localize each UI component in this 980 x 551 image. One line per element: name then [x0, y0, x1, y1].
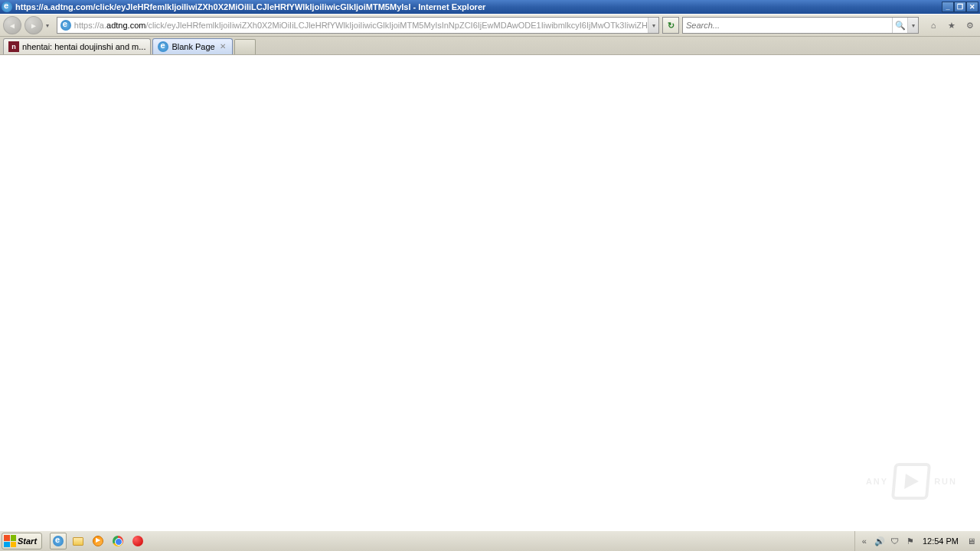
window-title: https://a.adtng.com/click/eyJleHRfemlkIj… [15, 2, 942, 11]
tab-bar: n nhentai: hentai doujinshi and m... Bla… [0, 37, 980, 55]
taskbar: Start « 🔊 🛡 ⚑ 12:54 PM 🖥 [0, 530, 980, 551]
tab-favicon [158, 41, 168, 52]
windows-logo-icon [4, 535, 16, 547]
taskbar-media-icon[interactable] [90, 533, 106, 549]
tab-favicon: n [8, 41, 19, 52]
start-label: Start [18, 536, 37, 546]
browser-toolbar: ▾ https://a.adtng.com/click/eyJleHRfemlk… [0, 14, 980, 37]
new-tab-button[interactable] [234, 39, 256, 54]
minimize-button[interactable]: _ [942, 2, 954, 12]
favorites-icon[interactable]: ★ [945, 18, 959, 32]
ie-icon [2, 2, 12, 12]
home-icon[interactable]: ⌂ [926, 18, 940, 32]
search-icon[interactable]: 🔍 [892, 18, 907, 33]
tray-expand-icon[interactable]: « [858, 535, 871, 547]
forward-button[interactable] [24, 16, 43, 34]
shield-icon[interactable]: 🛡 [889, 535, 901, 547]
nav-history-dropdown[interactable]: ▾ [46, 22, 54, 29]
tab-2[interactable]: Blank Page ✕ [152, 38, 232, 54]
back-button[interactable] [3, 16, 21, 34]
refresh-button[interactable]: ↻ [662, 17, 679, 34]
page-content: ANY RUN [0, 55, 980, 530]
taskbar-app-icon[interactable] [129, 533, 146, 549]
address-text: https://a.adtng.com/click/eyJleHRfemlkIj… [74, 21, 648, 30]
flag-icon[interactable]: ⚑ [904, 535, 916, 547]
watermark: ANY RUN [866, 463, 957, 500]
address-bar[interactable]: https://a.adtng.com/click/eyJleHRfemlkIj… [57, 17, 659, 34]
tab-label: nhentai: hentai doujinshi and m... [22, 42, 145, 51]
address-dropdown[interactable]: ▾ [648, 18, 658, 33]
arrow-left-icon [8, 21, 16, 30]
volume-icon[interactable]: 🔊 [874, 535, 886, 547]
tab-label: Blank Page [172, 42, 214, 51]
site-icon [59, 18, 73, 32]
search-provider-dropdown[interactable]: ▾ [907, 18, 918, 33]
window-titlebar: https://a.adtng.com/click/eyJleHRfemlkIj… [0, 0, 980, 14]
arrow-right-icon [30, 21, 38, 30]
monitor-icon[interactable]: 🖥 [965, 535, 977, 547]
taskbar-chrome-icon[interactable] [109, 533, 126, 549]
gear-icon[interactable]: ⚙ [963, 18, 977, 32]
play-icon [891, 463, 931, 500]
close-button[interactable]: ✕ [966, 2, 978, 12]
clock[interactable]: 12:54 PM [920, 536, 962, 546]
start-button[interactable]: Start [2, 533, 42, 549]
tab-1[interactable]: n nhentai: hentai doujinshi and m... [3, 38, 151, 54]
taskbar-explorer-icon[interactable] [70, 533, 87, 549]
system-tray: « 🔊 🛡 ⚑ 12:54 PM 🖥 [854, 531, 980, 551]
search-box[interactable]: 🔍 ▾ [682, 17, 919, 34]
search-input[interactable] [683, 21, 892, 30]
taskbar-ie-icon[interactable] [50, 533, 67, 549]
maximize-button[interactable]: ❐ [954, 2, 966, 12]
tab-close-icon[interactable]: ✕ [218, 42, 227, 51]
